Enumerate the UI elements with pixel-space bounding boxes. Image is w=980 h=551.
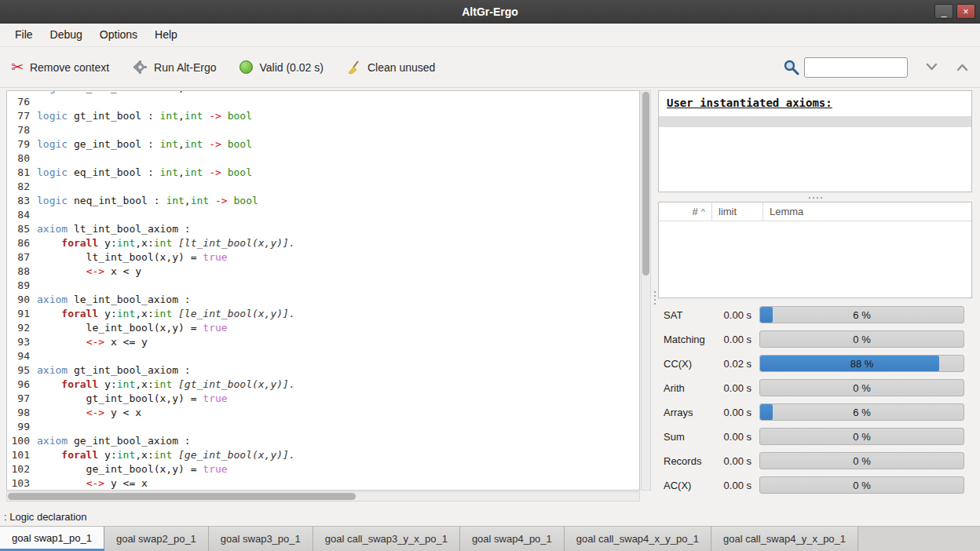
pane-resize-handle[interactable]	[651, 88, 658, 507]
line-number: 87	[7, 250, 37, 265]
run-alt-ergo-label: Run Alt-Ergo	[154, 61, 216, 74]
menu-item-help[interactable]: Help	[146, 24, 186, 46]
stat-time: 0.00 s	[714, 309, 751, 321]
menu-item-options[interactable]: Options	[91, 24, 146, 46]
editor-vertical-scrollbar[interactable]	[641, 90, 651, 491]
progress-bar: 0 %	[759, 379, 964, 396]
code-text: logic le_int_bool : int,int -> bool	[37, 90, 252, 95]
code-line: 84	[7, 208, 639, 222]
stat-time: 0.00 s	[714, 480, 751, 491]
code-text: forall y:int,x:int [lt_int_bool(x,y)].	[37, 236, 295, 250]
valid-green-circle-icon	[240, 60, 253, 74]
line-number: 98	[7, 406, 37, 420]
stat-row: Records0.00 s0 %	[658, 452, 972, 469]
stat-time: 0.00 s	[714, 382, 751, 394]
minimize-button[interactable]: _	[934, 4, 953, 19]
user-axioms-title: User instantiated axioms:	[659, 91, 971, 114]
code-line: 89	[7, 279, 639, 293]
tab-goal-swap4_po_1[interactable]: goal swap4_po_1	[460, 527, 565, 551]
horizontal-scrollbar-thumb[interactable]	[8, 493, 356, 500]
progress-bar: 0 %	[759, 428, 964, 445]
progress-bar: 0 %	[759, 476, 964, 494]
panel-resize-handle[interactable]	[658, 195, 972, 201]
code-editor[interactable]: 75logic le_int_bool : int,int -> bool767…	[6, 90, 640, 491]
code-line: 99	[7, 420, 639, 434]
tab-goal-call_swap4_y_x_po_1[interactable]: goal call_swap4_y_x_po_1	[711, 527, 858, 551]
code-line: 78	[7, 123, 639, 137]
column-lemma[interactable]: Lemma	[763, 203, 971, 221]
column-number[interactable]: # ^	[659, 203, 712, 221]
editor-horizontal-scrollbar[interactable]	[6, 491, 640, 502]
progress-bar: 6 %	[759, 306, 964, 323]
sort-asc-icon: ^	[701, 207, 705, 217]
progress-bar: 88 %	[759, 355, 964, 372]
stat-label: AC(X)	[664, 480, 714, 491]
status-text: : Logic declaration	[4, 511, 87, 523]
progress-bar: 0 %	[759, 452, 964, 469]
progress-text: 6 %	[760, 307, 964, 323]
title-bar: AltGr-Ergo _ ×	[0, 0, 980, 24]
line-number: 96	[7, 378, 37, 392]
code-line: 101 forall y:int,x:int [ge_int_bool(x,y)…	[7, 448, 639, 462]
line-number: 103	[7, 476, 37, 491]
code-text: logic eq_int_bool : int,int -> bool	[37, 166, 252, 180]
code-text: <-> x <= y	[37, 335, 148, 349]
stat-label: Arrays	[664, 407, 714, 418]
remove-context-label: Remove context	[30, 61, 109, 74]
goto-down-icon[interactable]	[925, 60, 938, 74]
stat-row: AC(X)0.00 s0 %	[658, 476, 972, 494]
code-text: axiom le_int_bool_axiom :	[37, 293, 191, 307]
progress-text: 6 %	[760, 404, 964, 420]
tab-goal-swap1_po_1[interactable]: goal swap1_po_1	[0, 527, 104, 551]
line-number: 94	[7, 349, 37, 363]
progress-text: 0 %	[760, 380, 964, 396]
progress-text: 88 %	[760, 356, 964, 371]
line-number: 80	[7, 151, 37, 166]
column-limit-label: limit	[719, 206, 737, 217]
tab-goal-call_swap4_x_y_po_1[interactable]: goal call_swap4_x_y_po_1	[565, 527, 711, 551]
code-line: 85axiom lt_int_bool_axiom :	[7, 222, 639, 236]
toolbar: ✂ Remove context Run Alt-Ergo	[0, 47, 980, 88]
stat-row: Arrays0.00 s6 %	[658, 403, 972, 421]
code-line: 97 gt_int_bool(x,y) = true	[7, 392, 639, 406]
close-button[interactable]: ×	[956, 4, 975, 19]
menu-item-debug[interactable]: Debug	[42, 24, 91, 46]
menu-item-file[interactable]: File	[6, 24, 42, 46]
goto-up-icon[interactable]	[956, 60, 969, 74]
main-area: 75logic le_int_bool : int,int -> bool767…	[0, 88, 980, 507]
tab-goal-call_swap3_y_x_po_1[interactable]: goal call_swap3_y_x_po_1	[313, 527, 460, 551]
code-line: 76	[7, 95, 639, 109]
progress-text: 0 %	[760, 429, 964, 444]
code-text: axiom ge_int_bool_axiom :	[37, 434, 191, 448]
stat-row: Arith0.00 s0 %	[658, 379, 972, 396]
tab-goal-swap2_po_1[interactable]: goal swap2_po_1	[104, 527, 209, 551]
run-alt-ergo-button[interactable]: Run Alt-Ergo	[133, 60, 216, 75]
code-text: logic ge_int_bool : int,int -> bool	[37, 137, 252, 151]
valid-status: Valid (0.02 s)	[240, 60, 323, 74]
stat-time: 0.00 s	[714, 334, 751, 345]
stat-label: Arith	[664, 382, 714, 394]
stat-label: CC(X)	[664, 358, 714, 370]
code-line: 95axiom gt_int_bool_axiom :	[7, 363, 639, 378]
progress-text: 0 %	[760, 453, 964, 469]
clean-unused-button[interactable]: Clean unused	[347, 60, 435, 75]
column-lemma-label: Lemma	[770, 206, 803, 217]
code-line: 81logic eq_int_bool : int,int -> bool	[7, 166, 639, 180]
status-bar: : Logic declaration	[0, 507, 980, 526]
code-line: 103 <-> y <= x	[7, 476, 639, 491]
menu-bar: FileDebugOptionsHelp	[0, 24, 980, 47]
search-input[interactable]	[804, 57, 908, 78]
vertical-scrollbar-thumb[interactable]	[642, 92, 649, 276]
stat-row: SAT0.00 s6 %	[658, 306, 972, 323]
line-number: 79	[7, 137, 37, 151]
line-number: 82	[7, 180, 37, 194]
user-axioms-panel: User instantiated axioms:	[658, 90, 972, 192]
code-text: gt_int_bool(x,y) = true	[37, 392, 228, 406]
clean-unused-label: Clean unused	[368, 61, 435, 74]
remove-context-button[interactable]: ✂ Remove context	[11, 58, 109, 76]
stat-label: Records	[664, 455, 714, 467]
run-gear-icon	[133, 60, 148, 75]
column-limit[interactable]: limit	[712, 203, 763, 221]
code-text: logic gt_int_bool : int,int -> bool	[37, 109, 252, 123]
tab-goal-swap3_po_1[interactable]: goal swap3_po_1	[209, 527, 313, 551]
